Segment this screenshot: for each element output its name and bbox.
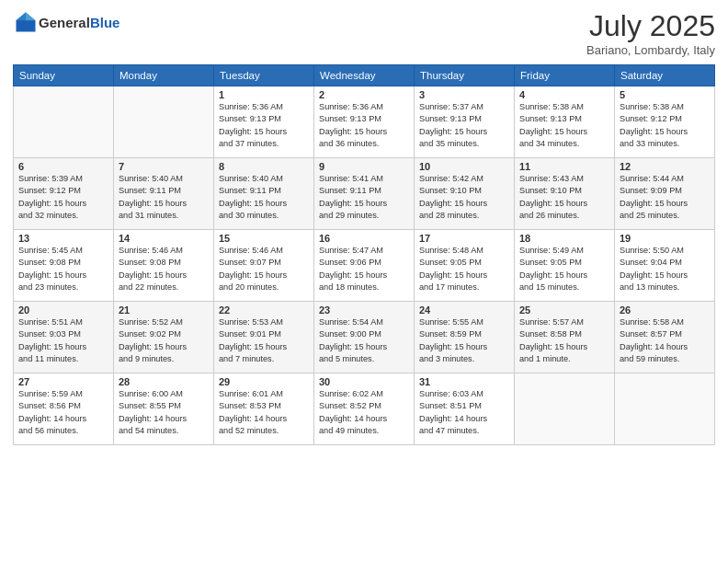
day-info: Sunrise: 5:55 AM Sunset: 8:59 PM Dayligh… [419, 316, 509, 365]
day-number: 6 [18, 161, 108, 172]
day-info: Sunrise: 5:40 AM Sunset: 9:11 PM Dayligh… [119, 173, 209, 222]
day-cell: 16Sunrise: 5:47 AM Sunset: 9:06 PM Dayli… [314, 230, 415, 302]
day-number: 24 [419, 304, 509, 316]
day-number: 16 [319, 233, 409, 244]
day-info: Sunrise: 5:59 AM Sunset: 8:56 PM Dayligh… [18, 388, 108, 437]
logo-general: General [39, 15, 90, 30]
day-cell: 15Sunrise: 5:46 AM Sunset: 9:07 PM Dayli… [214, 230, 314, 302]
day-cell: 7Sunrise: 5:40 AM Sunset: 9:11 PM Daylig… [114, 158, 214, 230]
day-cell [114, 86, 214, 158]
day-number: 13 [18, 233, 108, 244]
day-info: Sunrise: 5:36 AM Sunset: 9:13 PM Dayligh… [219, 101, 309, 150]
day-info: Sunrise: 5:47 AM Sunset: 9:06 PM Dayligh… [319, 245, 409, 293]
day-cell: 28Sunrise: 6:00 AM Sunset: 8:55 PM Dayli… [114, 373, 214, 445]
day-cell: 14Sunrise: 5:46 AM Sunset: 9:08 PM Dayli… [114, 230, 214, 302]
day-cell: 17Sunrise: 5:48 AM Sunset: 9:05 PM Dayli… [415, 230, 515, 302]
day-info: Sunrise: 5:44 AM Sunset: 9:09 PM Dayligh… [620, 173, 710, 222]
weekday-header-row: Sunday Monday Tuesday Wednesday Thursday… [14, 65, 715, 86]
day-cell: 1Sunrise: 5:36 AM Sunset: 9:13 PM Daylig… [214, 86, 314, 158]
day-info: Sunrise: 5:54 AM Sunset: 9:00 PM Dayligh… [319, 316, 409, 365]
week-row-3: 20Sunrise: 5:51 AM Sunset: 9:03 PM Dayli… [14, 302, 715, 373]
day-info: Sunrise: 5:53 AM Sunset: 9:01 PM Dayligh… [219, 316, 309, 365]
day-info: Sunrise: 5:48 AM Sunset: 9:05 PM Dayligh… [419, 245, 509, 293]
day-cell [515, 373, 615, 445]
day-number: 21 [119, 304, 209, 316]
day-info: Sunrise: 5:58 AM Sunset: 8:57 PM Dayligh… [620, 316, 710, 365]
day-number: 17 [419, 233, 509, 244]
day-info: Sunrise: 5:51 AM Sunset: 9:03 PM Dayligh… [18, 316, 108, 365]
week-row-2: 13Sunrise: 5:45 AM Sunset: 9:08 PM Dayli… [14, 230, 715, 302]
day-cell: 24Sunrise: 5:55 AM Sunset: 8:59 PM Dayli… [415, 302, 515, 373]
week-row-0: 1Sunrise: 5:36 AM Sunset: 9:13 PM Daylig… [14, 86, 715, 158]
day-cell: 11Sunrise: 5:43 AM Sunset: 9:10 PM Dayli… [515, 158, 615, 230]
day-number: 28 [119, 376, 209, 387]
header-thursday: Thursday [415, 65, 515, 86]
day-cell: 10Sunrise: 5:42 AM Sunset: 9:10 PM Dayli… [415, 158, 515, 230]
location: Bariano, Lombardy, Italy [586, 43, 715, 57]
day-info: Sunrise: 5:42 AM Sunset: 9:10 PM Dayligh… [419, 173, 509, 222]
day-cell: 27Sunrise: 5:59 AM Sunset: 8:56 PM Dayli… [14, 373, 114, 445]
day-info: Sunrise: 6:02 AM Sunset: 8:52 PM Dayligh… [319, 388, 409, 437]
day-info: Sunrise: 5:49 AM Sunset: 9:05 PM Dayligh… [519, 245, 609, 293]
day-cell: 9Sunrise: 5:41 AM Sunset: 9:11 PM Daylig… [314, 158, 415, 230]
day-info: Sunrise: 5:43 AM Sunset: 9:10 PM Dayligh… [519, 173, 609, 222]
day-number: 25 [519, 304, 609, 316]
header: GeneralBlue July 2025 Bariano, Lombardy,… [13, 9, 715, 57]
day-number: 2 [319, 89, 409, 100]
day-number: 3 [419, 89, 509, 100]
day-number: 15 [219, 233, 309, 244]
svg-marker-2 [17, 13, 27, 21]
day-cell: 19Sunrise: 5:50 AM Sunset: 9:04 PM Dayli… [615, 230, 715, 302]
day-cell: 23Sunrise: 5:54 AM Sunset: 9:00 PM Dayli… [314, 302, 415, 373]
day-info: Sunrise: 5:38 AM Sunset: 9:13 PM Dayligh… [519, 101, 609, 150]
page-container: GeneralBlue July 2025 Bariano, Lombardy,… [0, 0, 728, 563]
day-info: Sunrise: 5:45 AM Sunset: 9:08 PM Dayligh… [18, 245, 108, 293]
day-cell: 18Sunrise: 5:49 AM Sunset: 9:05 PM Dayli… [515, 230, 615, 302]
header-monday: Monday [114, 65, 214, 86]
day-number: 31 [419, 376, 509, 387]
day-cell: 12Sunrise: 5:44 AM Sunset: 9:09 PM Dayli… [615, 158, 715, 230]
month-title: July 2025 [586, 9, 715, 43]
header-tuesday: Tuesday [214, 65, 314, 86]
day-number: 23 [319, 304, 409, 316]
day-cell: 22Sunrise: 5:53 AM Sunset: 9:01 PM Dayli… [214, 302, 314, 373]
day-number: 26 [620, 304, 710, 316]
day-cell: 2Sunrise: 5:36 AM Sunset: 9:13 PM Daylig… [314, 86, 415, 158]
day-info: Sunrise: 6:03 AM Sunset: 8:51 PM Dayligh… [419, 388, 509, 437]
day-number: 29 [219, 376, 309, 387]
day-info: Sunrise: 6:00 AM Sunset: 8:55 PM Dayligh… [119, 388, 209, 437]
day-number: 9 [319, 161, 409, 172]
day-number: 30 [319, 376, 409, 387]
header-wednesday: Wednesday [314, 65, 415, 86]
day-number: 4 [519, 89, 609, 100]
day-cell: 31Sunrise: 6:03 AM Sunset: 8:51 PM Dayli… [415, 373, 515, 445]
calendar-table: Sunday Monday Tuesday Wednesday Thursday… [13, 64, 715, 445]
day-cell: 25Sunrise: 5:57 AM Sunset: 8:58 PM Dayli… [515, 302, 615, 373]
day-info: Sunrise: 5:37 AM Sunset: 9:13 PM Dayligh… [419, 101, 509, 150]
title-block: July 2025 Bariano, Lombardy, Italy [586, 9, 715, 57]
day-info: Sunrise: 5:57 AM Sunset: 8:58 PM Dayligh… [519, 316, 609, 365]
day-number: 7 [119, 161, 209, 172]
day-cell: 29Sunrise: 6:01 AM Sunset: 8:53 PM Dayli… [214, 373, 314, 445]
day-number: 5 [620, 89, 710, 100]
logo: GeneralBlue [13, 9, 119, 35]
day-number: 14 [119, 233, 209, 244]
day-number: 10 [419, 161, 509, 172]
day-cell: 21Sunrise: 5:52 AM Sunset: 9:02 PM Dayli… [114, 302, 214, 373]
day-info: Sunrise: 5:38 AM Sunset: 9:12 PM Dayligh… [620, 101, 710, 150]
day-cell: 13Sunrise: 5:45 AM Sunset: 9:08 PM Dayli… [14, 230, 114, 302]
header-sunday: Sunday [14, 65, 114, 86]
logo-icon [13, 9, 39, 35]
logo-blue: Blue [90, 15, 120, 30]
day-cell: 4Sunrise: 5:38 AM Sunset: 9:13 PM Daylig… [515, 86, 615, 158]
day-cell: 20Sunrise: 5:51 AM Sunset: 9:03 PM Dayli… [14, 302, 114, 373]
day-info: Sunrise: 5:36 AM Sunset: 9:13 PM Dayligh… [319, 101, 409, 150]
day-number: 1 [219, 89, 309, 100]
week-row-1: 6Sunrise: 5:39 AM Sunset: 9:12 PM Daylig… [14, 158, 715, 230]
header-friday: Friday [515, 65, 615, 86]
day-info: Sunrise: 5:50 AM Sunset: 9:04 PM Dayligh… [620, 245, 710, 293]
day-number: 27 [18, 376, 108, 387]
day-number: 19 [620, 233, 710, 244]
day-info: Sunrise: 5:41 AM Sunset: 9:11 PM Dayligh… [319, 173, 409, 222]
day-info: Sunrise: 5:46 AM Sunset: 9:07 PM Dayligh… [219, 245, 309, 293]
